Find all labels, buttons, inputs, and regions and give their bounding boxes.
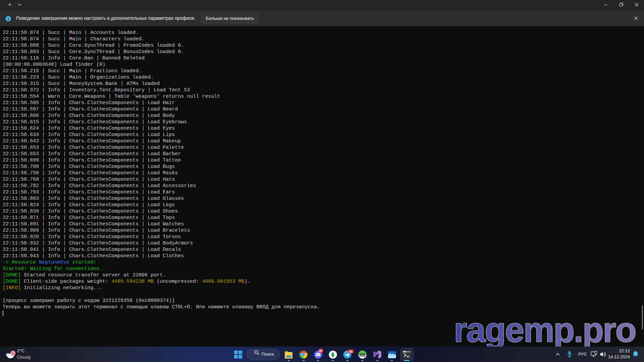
svg-text:HS: HS <box>359 352 365 357</box>
svg-text:.91: .91 <box>349 350 353 353</box>
svg-text:9+: 9+ <box>319 349 323 353</box>
svg-text:1: 1 <box>12 351 14 355</box>
